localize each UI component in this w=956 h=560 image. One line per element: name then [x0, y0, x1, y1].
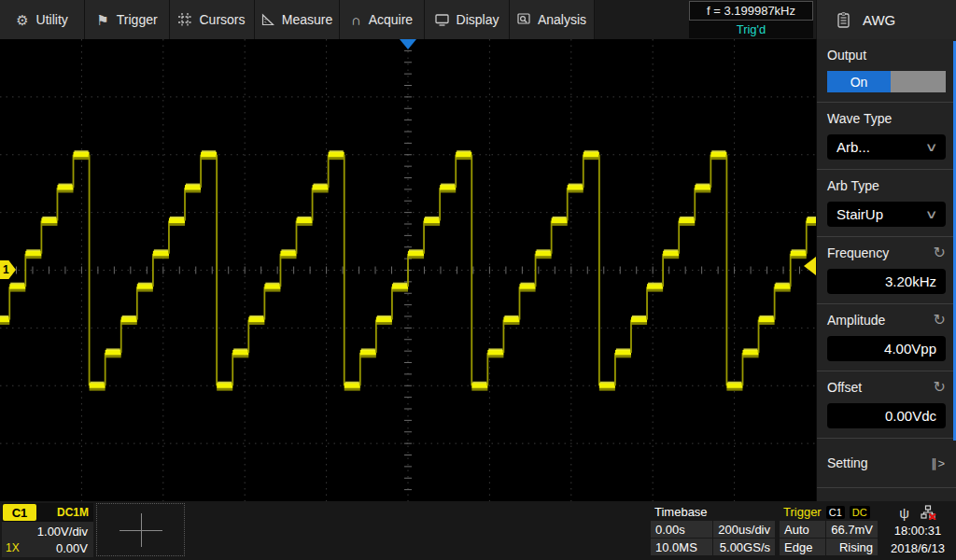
- awg-panel-title: AWG: [863, 12, 895, 28]
- awg-clipboard-icon: [837, 12, 850, 28]
- oscilloscope-screen: ⚙ Utility ⚑ Trigger Cursors: [0, 0, 956, 560]
- timebase-delay: 0.00s: [651, 521, 712, 538]
- rotary-knob-icon: ↻: [934, 380, 946, 395]
- awg-amplitude-field[interactable]: 4.00Vpp: [827, 336, 946, 361]
- menu-cursors-label: Cursors: [199, 12, 245, 27]
- menu-measure[interactable]: Measure: [255, 0, 340, 39]
- channel1-status-box[interactable]: C1 DC1M 1.00V/div 1X 0.00V: [2, 503, 93, 557]
- awg-panel-header[interactable]: AWG: [816, 0, 956, 39]
- usb-icon: ψ: [899, 505, 909, 521]
- awg-wave-type-label: Wave Type: [827, 111, 892, 126]
- awg-setting-row[interactable]: Setting ∥>: [817, 439, 956, 488]
- awg-output-toggle[interactable]: On: [827, 71, 946, 92]
- waveform-display-area: 1: [0, 39, 816, 501]
- timebase-sample-rate: 5.00GS/s: [713, 539, 775, 555]
- lan-disconnected-icon: [921, 505, 936, 520]
- awg-offset-section: Offset ↻ 0.00Vdc: [817, 371, 956, 439]
- menu-utility[interactable]: ⚙ Utility: [0, 0, 85, 39]
- awg-frequency-label: Frequency: [827, 245, 889, 260]
- menu-trigger[interactable]: ⚑ Trigger: [85, 0, 170, 39]
- trigger-status-badge: Trig'd: [689, 21, 813, 38]
- channel1-coupling: DC1M: [57, 506, 93, 519]
- awg-output-on[interactable]: On: [827, 71, 891, 92]
- awg-arb-type-section: Arb Type StairUp ∨: [817, 170, 956, 237]
- trigger-type: Edge: [780, 539, 825, 555]
- trigger-position-marker-icon[interactable]: [400, 39, 416, 49]
- main-menu: ⚙ Utility ⚑ Trigger Cursors: [0, 0, 595, 39]
- awg-wave-type-section: Wave Type Arb... ∨: [817, 103, 956, 170]
- awg-amplitude-label: Amplitude: [827, 313, 885, 328]
- timebase-memory: 10.0MS: [651, 539, 712, 555]
- stairup-waveform-plot: [0, 39, 816, 501]
- trigger-level-marker-icon[interactable]: [804, 257, 816, 275]
- menu-acquire-label: Acquire: [369, 12, 413, 27]
- awg-setting-label: Setting: [827, 455, 868, 470]
- status-bar: C1 DC1M 1.00V/div 1X 0.00V Timebase 0.00…: [0, 501, 956, 560]
- top-menu-bar: ⚙ Utility ⚑ Trigger Cursors: [0, 0, 956, 39]
- awg-output-label: Output: [827, 48, 866, 63]
- awg-offset-value: 0.00Vdc: [885, 408, 936, 424]
- expand-more-icon: ∥>: [931, 456, 946, 470]
- trigger-slope: Rising: [826, 539, 878, 555]
- trigger-box[interactable]: Trigger C1 DC Auto 66.7mV Edge Rising: [779, 503, 879, 557]
- cursors-icon: [178, 13, 191, 26]
- awg-offset-field[interactable]: 0.00Vdc: [827, 403, 946, 428]
- frequency-counter-reading: f = 3.199987kHz: [689, 1, 813, 21]
- menu-acquire[interactable]: ∩ Acquire: [340, 0, 425, 39]
- channel1-scale: 1.00V/div: [2, 522, 93, 539]
- measure-icon: [261, 13, 274, 26]
- awg-arb-type-label: Arb Type: [827, 178, 879, 193]
- menu-analysis-label: Analysis: [538, 12, 586, 27]
- display-icon: [435, 14, 449, 26]
- menu-analysis[interactable]: Analysis: [510, 0, 595, 39]
- timebase-scale: 200us/div: [713, 521, 775, 538]
- clock-date: 2018/6/13: [881, 539, 954, 557]
- clock-time: 18:00:31: [881, 522, 954, 539]
- trigger-source-badge: C1: [826, 506, 845, 519]
- timebase-title: Timebase: [654, 505, 708, 519]
- gear-icon: ⚙: [16, 13, 28, 27]
- acquire-icon: ∩: [351, 13, 361, 27]
- trigger-coupling-badge: DC: [850, 506, 870, 519]
- awg-offset-label: Offset: [827, 380, 862, 395]
- channel1-probe: 1X: [6, 541, 20, 555]
- awg-wave-type-dropdown[interactable]: Arb... ∨: [827, 134, 946, 160]
- awg-amplitude-section: Amplitude ↻ 4.00Vpp: [817, 304, 956, 371]
- awg-arb-type-dropdown[interactable]: StairUp ∨: [827, 202, 946, 227]
- channel1-offset: 0.00V: [56, 541, 88, 555]
- menu-display[interactable]: Display: [425, 0, 510, 39]
- channel1-badge[interactable]: C1: [3, 504, 36, 521]
- menu-measure-label: Measure: [282, 12, 332, 27]
- chevron-down-icon: ∨: [925, 140, 938, 154]
- awg-wave-type-value: Arb...: [836, 139, 870, 155]
- awg-frequency-field[interactable]: 3.20kHz: [827, 269, 946, 294]
- trigger-mode: Auto: [780, 521, 825, 538]
- menu-utility-label: Utility: [36, 12, 68, 27]
- awg-output-section: Output On: [817, 39, 956, 103]
- flag-icon: ⚑: [96, 13, 108, 27]
- analysis-icon: [517, 13, 530, 26]
- trigger-title: Trigger: [783, 505, 822, 519]
- datetime-box: ψ 18:00:31 2018/6/13: [881, 503, 954, 557]
- menu-display-label: Display: [457, 12, 499, 27]
- timebase-box[interactable]: Timebase 0.00s 200us/div 10.0MS 5.00GS/s: [650, 503, 776, 557]
- rotary-knob-icon: ↻: [934, 245, 946, 260]
- awg-side-panel: Output On Wave Type Arb... ∨ Arb Type St…: [816, 39, 956, 501]
- menu-cursors[interactable]: Cursors: [170, 0, 255, 39]
- awg-output-off[interactable]: [891, 71, 946, 92]
- frequency-counter: f = 3.199987kHz Trig'd: [689, 1, 813, 38]
- awg-frequency-value: 3.20kHz: [885, 273, 936, 289]
- awg-amplitude-value: 4.00Vpp: [884, 341, 936, 357]
- empty-channel-slot[interactable]: [96, 503, 185, 556]
- chevron-down-icon: ∨: [925, 207, 938, 221]
- awg-frequency-section: Frequency ↻ 3.20kHz: [817, 237, 956, 304]
- trigger-level: 66.7mV: [826, 521, 878, 538]
- menu-trigger-label: Trigger: [117, 12, 158, 27]
- rotary-knob-icon: ↻: [934, 313, 946, 328]
- awg-arb-type-value: StairUp: [836, 206, 883, 222]
